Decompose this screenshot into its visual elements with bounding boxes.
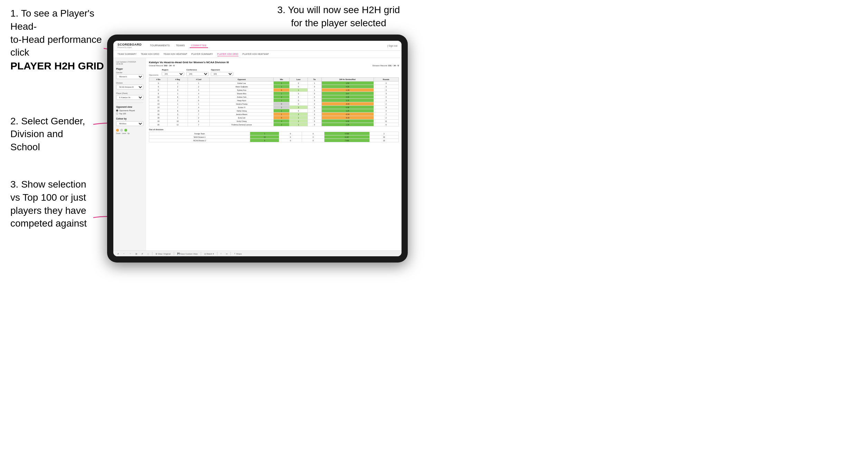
sub-nav-player-h2h-grid[interactable]: PLAYER H2H GRID — [217, 52, 238, 56]
instruction-step2: 2. Select Gender, Division and School — [10, 115, 107, 154]
overall-record: Overall Record: 353 - 34 - 6 — [149, 65, 174, 67]
sub-nav: TEAM SUMMARY TEAM H2H GRID TEAM H2H HEAT… — [113, 51, 402, 58]
table-row: 3 1 1 Esther Lee 1 0 1 1.50 4 — [149, 82, 399, 85]
colour-by-label: Colour by — [116, 117, 143, 120]
toolbar-forward[interactable]: → — [128, 252, 132, 255]
colour-legend: Down Level Up — [116, 129, 143, 134]
toolbar-circle[interactable]: ◌ — [146, 252, 150, 255]
out-of-division-row: Foreign Team 1 0 0 4.500 2 — [149, 132, 399, 135]
tablet-frame: SCOREBOARD Powered by clippd TOURNAMENTS… — [107, 35, 408, 263]
region-filter: Region (All) — [162, 69, 184, 76]
table-row: 6 3 3 Sydney Kuo 0 1 1 -1.00 3 — [149, 88, 399, 92]
toolbar-back[interactable]: ← — [122, 252, 126, 255]
toolbar-sep5 — [230, 252, 231, 255]
radio-dot-opponents — [116, 109, 118, 112]
bottom-toolbar: ↺ ← → ⊞ ↺ ◌ ⊕ View: Original 💾 Save Cust… — [113, 250, 402, 256]
colour-by-select[interactable]: Win/loss — [116, 121, 143, 126]
nav-committee[interactable]: COMMITTEE — [190, 44, 208, 48]
player-section-label: Player — [116, 68, 143, 70]
out-of-division-table: Foreign Team 1 0 0 4.500 2 NAIA Division… — [149, 132, 399, 142]
toolbar-share-icon[interactable]: ↕ — [219, 252, 223, 255]
player-rank-field: Player (Rank) 8. Katelyn Vo — [116, 92, 143, 100]
record-row: Overall Record: 353 - 34 - 6 Division Re… — [149, 65, 399, 67]
division-select[interactable]: NCAA Division III NCAA Division I NCAA D… — [116, 85, 143, 89]
th-opponent: Opponent — [210, 78, 274, 82]
toolbar-undo[interactable]: ↺ — [116, 252, 120, 255]
nav-tournaments[interactable]: TOURNAMENTS — [149, 44, 171, 48]
table-row: 5 2 2 Alexis Sudjianto 1 0 0 4.00 3 — [149, 85, 399, 88]
toolbar-save-custom-view[interactable]: 💾 Save Custom View — [176, 252, 199, 255]
th-tie: Tie — [308, 78, 321, 82]
table-row: 15 8 5 Stella Cheng 1 0 0 1.25 4 — [149, 109, 399, 113]
left-panel: Last Updated: 27/03/2024 16:55:38 Player… — [113, 58, 146, 250]
radio-opponents-played[interactable]: Opponents Played — [116, 109, 143, 112]
sub-nav-player-h2h-heatmap[interactable]: PLAYER H2H HEATMAP — [243, 52, 269, 56]
gender-field: Gender Women's Men's — [116, 72, 143, 79]
sub-nav-team-summary[interactable]: TEAM SUMMARY — [117, 52, 136, 56]
instruction-step3b: 3. You will now see H2H grid for the pla… — [252, 3, 425, 30]
th-diff: Diff Av Strokes/Rnd — [321, 78, 374, 82]
conference-select[interactable]: (All) — [186, 72, 209, 76]
out-of-division-row: NCAA Division 2 5 0 0 7.400 10 — [149, 139, 399, 142]
toolbar-refresh[interactable]: ↺ — [140, 252, 144, 255]
table-row: 10 6 3 Andrea York 2 0 0 4.00 4 — [149, 95, 399, 99]
th-div: # Div — [149, 78, 168, 82]
table-row: 9 1 4 Sharon Mun 1 0 0 3.67 3 — [149, 92, 399, 95]
instruction-step3a: 3. Show selection vs Top 100 or just pla… — [10, 178, 107, 230]
th-conf: # Conf — [188, 78, 210, 82]
toolbar-sep2 — [174, 252, 174, 255]
logo: SCOREBOARD Powered by clippd — [117, 43, 142, 48]
toolbar-sep1 — [152, 252, 152, 255]
h2h-data-table: # Div # Reg # Conf Opponent Win Loss Tie… — [149, 77, 399, 126]
sub-nav-team-h2h-heatmap[interactable]: TEAM H2H HEATMAP — [163, 52, 187, 56]
legend-level-dot — [120, 129, 123, 132]
filters-area: Opponents: Region (All) Conference (All) — [149, 69, 399, 76]
table-row: 14 7 4 Eunice Yi 2 2 0 0.38 9 — [149, 106, 399, 109]
radio-top100[interactable]: Top 100 — [116, 113, 143, 115]
toolbar-watch[interactable]: ◎ Watch ▾ — [203, 252, 215, 255]
opponent-view-label: Opponent view — [116, 106, 143, 108]
app-header: SCOREBOARD Powered by clippd TOURNAMENTS… — [113, 41, 402, 51]
sub-nav-player-summary[interactable]: PLAYER SUMMARY — [191, 52, 213, 56]
legend-down-dot — [116, 129, 119, 132]
table-row: 18 2 2 Euna Lee 0 1 0 -5.00 2 — [149, 116, 399, 120]
divider — [116, 103, 143, 103]
grid-title: Katelyn Vo Head-to-Head Grid for Women's… — [149, 61, 399, 64]
division-record: Division Record: 331 - 34 - 6 — [372, 65, 399, 67]
table-row: 19 10 6 Emily Chang 4 1 0 0.30 11 — [149, 120, 399, 123]
instructions-left: 1. To see a Player's Head- to-Head perfo… — [0, 0, 117, 247]
nav-teams[interactable]: TEAMS — [174, 44, 186, 48]
right-panel: Katelyn Vo Head-to-Head Grid for Women's… — [146, 58, 402, 250]
toolbar-view-original[interactable]: ⊕ View: Original — [154, 252, 172, 255]
instruction-step1: 1. To see a Player's Head- to-Head perfo… — [10, 7, 107, 73]
legend-up-dot — [124, 129, 127, 132]
main-nav: TOURNAMENTS TEAMS COMMITTEE — [149, 44, 383, 48]
tablet-screen: SCOREBOARD Powered by clippd TOURNAMENTS… — [113, 41, 402, 256]
toolbar-share[interactable]: ⇡ Share — [233, 252, 243, 255]
th-rounds: Rounds — [374, 78, 398, 82]
opponent-view-options: Opponents Played Top 100 — [116, 109, 143, 115]
sub-nav-team-h2h-grid[interactable]: TEAM H2H GRID — [141, 52, 159, 56]
sign-out[interactable]: | Sign out — [387, 45, 397, 47]
th-loss: Loss — [289, 78, 308, 82]
out-of-division-row: NAIA Division 1 15 0 0 9.267 30 — [149, 135, 399, 139]
table-row: 20 11 7 Federica Domecq Lacroze 2 1 0 1.… — [149, 123, 399, 126]
opponent-select[interactable]: (All) — [211, 72, 233, 76]
main-content: Last Updated: 27/03/2024 16:55:38 Player… — [113, 58, 402, 250]
region-select[interactable]: (All) — [162, 72, 184, 76]
table-row: 13 1 1 Jessica Huang 0 0 0 -3.00 2 — [149, 102, 399, 106]
th-reg: # Reg — [168, 78, 188, 82]
timestamp: Last Updated: 27/03/2024 16:55:38 — [116, 61, 143, 65]
division-field: Division NCAA Division III NCAA Division… — [116, 82, 143, 89]
table-row: 11 2 5 Heejo Hyun 1 0 0 3.33 3 — [149, 99, 399, 102]
toolbar-expand[interactable]: ⇥ — [225, 252, 228, 255]
out-of-division-header: Out of division — [149, 128, 399, 131]
conference-filter: Conference (All) — [186, 69, 209, 76]
gender-select[interactable]: Women's Men's — [116, 74, 143, 79]
opponent-filter: Opponent (All) — [211, 69, 233, 76]
player-rank-select[interactable]: 8. Katelyn Vo — [116, 95, 143, 100]
radio-dot-top100 — [116, 113, 118, 115]
table-row: 16 3 7 Jessica Mason 1 2 0 -0.94 7 — [149, 113, 399, 116]
toolbar-sep3 — [201, 252, 201, 255]
toolbar-grid[interactable]: ⊞ — [134, 252, 138, 255]
